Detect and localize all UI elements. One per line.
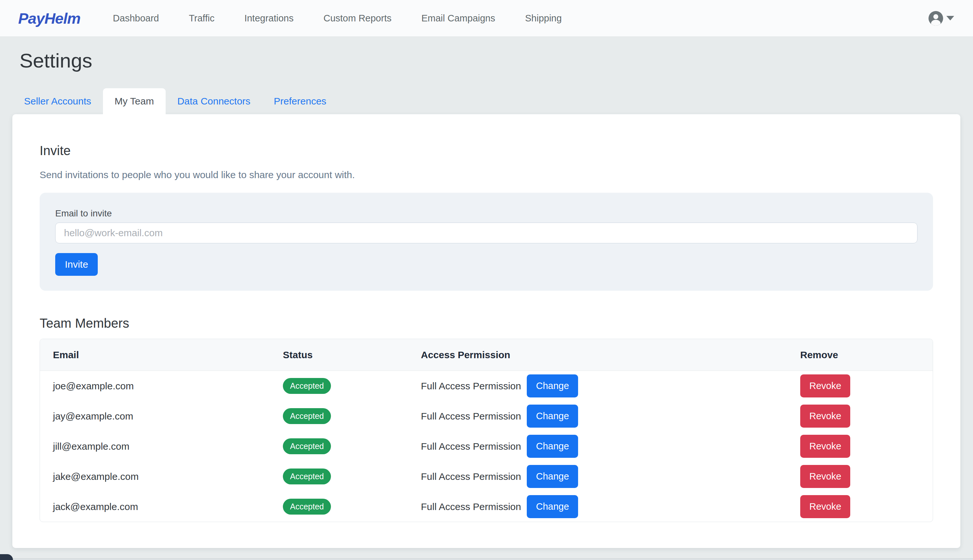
chevron-down-icon bbox=[946, 16, 954, 20]
top-navbar: PayHelm Dashboard Traffic Integrations C… bbox=[0, 0, 973, 36]
status-badge: Accepted bbox=[283, 438, 331, 454]
invite-form-box: Email to invite Invite bbox=[40, 193, 933, 291]
permission-label: Full Access Permission bbox=[421, 411, 521, 422]
status-badge: Accepted bbox=[283, 499, 331, 515]
settings-tabs: Seller Accounts My Team Data Connectors … bbox=[12, 88, 960, 114]
member-email: jack@example.com bbox=[40, 501, 283, 512]
change-permission-button[interactable]: Change bbox=[527, 374, 578, 397]
change-permission-button[interactable]: Change bbox=[527, 465, 578, 488]
main-nav: Dashboard Traffic Integrations Custom Re… bbox=[113, 13, 562, 24]
permission-label: Full Access Permission bbox=[421, 441, 521, 452]
table-body: joe@example.com Accepted Full Access Per… bbox=[40, 371, 933, 522]
column-header-remove: Remove bbox=[800, 350, 933, 360]
page-title: Settings bbox=[20, 49, 960, 73]
team-members-heading: Team Members bbox=[40, 315, 933, 331]
tab-my-team[interactable]: My Team bbox=[103, 88, 166, 114]
revoke-button[interactable]: Revoke bbox=[800, 405, 850, 428]
email-to-invite-label: Email to invite bbox=[55, 208, 918, 219]
email-to-invite-input[interactable] bbox=[55, 223, 918, 243]
bottom-edge-strip bbox=[0, 558, 973, 560]
invite-button[interactable]: Invite bbox=[55, 253, 98, 276]
brand-logo[interactable]: PayHelm bbox=[18, 9, 80, 27]
revoke-button[interactable]: Revoke bbox=[800, 374, 850, 397]
change-permission-button[interactable]: Change bbox=[527, 495, 578, 518]
table-header-row: Email Status Access Permission Remove bbox=[40, 339, 933, 371]
status-badge: Accepted bbox=[283, 468, 331, 484]
settings-page: Settings Seller Accounts My Team Data Co… bbox=[0, 49, 973, 548]
table-row: jake@example.com Accepted Full Access Pe… bbox=[40, 462, 933, 492]
person-circle-icon bbox=[928, 11, 943, 26]
column-header-access-permission: Access Permission bbox=[421, 350, 800, 360]
table-row: jill@example.com Accepted Full Access Pe… bbox=[40, 431, 933, 462]
column-header-status: Status bbox=[283, 350, 421, 360]
nav-item-email-campaigns[interactable]: Email Campaigns bbox=[421, 13, 495, 24]
permission-label: Full Access Permission bbox=[421, 471, 521, 482]
member-email: jay@example.com bbox=[40, 411, 283, 422]
status-badge: Accepted bbox=[283, 378, 331, 394]
change-permission-button[interactable]: Change bbox=[527, 405, 578, 428]
member-email: jake@example.com bbox=[40, 471, 283, 482]
nav-item-custom-reports[interactable]: Custom Reports bbox=[323, 13, 392, 24]
revoke-button[interactable]: Revoke bbox=[800, 495, 850, 518]
team-members-table: Email Status Access Permission Remove jo… bbox=[40, 339, 933, 522]
column-header-email: Email bbox=[40, 350, 283, 360]
permission-label: Full Access Permission bbox=[421, 381, 521, 392]
invite-heading: Invite bbox=[40, 143, 933, 158]
member-email: jill@example.com bbox=[40, 441, 283, 452]
nav-item-integrations[interactable]: Integrations bbox=[244, 13, 294, 24]
member-email: joe@example.com bbox=[40, 381, 283, 392]
invite-description: Send invitations to people who you would… bbox=[40, 169, 933, 180]
tab-seller-accounts[interactable]: Seller Accounts bbox=[12, 88, 103, 114]
bottom-left-corner-shape bbox=[0, 554, 13, 560]
my-team-panel: Invite Send invitations to people who yo… bbox=[12, 114, 960, 548]
permission-label: Full Access Permission bbox=[421, 501, 521, 512]
table-row: jay@example.com Accepted Full Access Per… bbox=[40, 401, 933, 431]
revoke-button[interactable]: Revoke bbox=[800, 465, 850, 488]
nav-item-traffic[interactable]: Traffic bbox=[189, 13, 214, 24]
tab-preferences[interactable]: Preferences bbox=[262, 88, 338, 114]
status-badge: Accepted bbox=[283, 408, 331, 424]
table-row: joe@example.com Accepted Full Access Per… bbox=[40, 371, 933, 401]
nav-item-shipping[interactable]: Shipping bbox=[525, 13, 562, 24]
table-row: jack@example.com Accepted Full Access Pe… bbox=[40, 492, 933, 522]
user-menu[interactable] bbox=[928, 11, 960, 26]
revoke-button[interactable]: Revoke bbox=[800, 435, 850, 458]
change-permission-button[interactable]: Change bbox=[527, 435, 578, 458]
nav-item-dashboard[interactable]: Dashboard bbox=[113, 13, 159, 24]
tab-data-connectors[interactable]: Data Connectors bbox=[166, 88, 262, 114]
